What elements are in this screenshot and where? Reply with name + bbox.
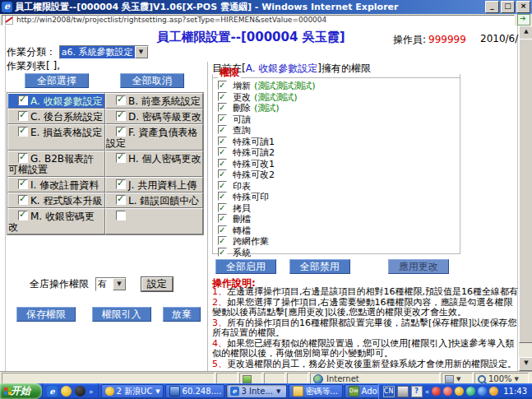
pet-tray-icon[interactable]: [455, 387, 464, 396]
permission-row[interactable]: 拷貝: [218, 203, 458, 214]
checkbox[interactable]: [218, 169, 227, 179]
msn-tray-icon[interactable]: [478, 387, 487, 396]
checkbox[interactable]: [218, 147, 227, 156]
operation-cell-h[interactable]: H. 個人密碼更改: [105, 151, 203, 177]
checkbox[interactable]: [18, 111, 28, 121]
operation-cell-empty[interactable]: [105, 208, 203, 234]
checkbox[interactable]: [218, 248, 227, 257]
checkbox[interactable]: [218, 225, 227, 234]
permission-row[interactable]: 查詢: [218, 125, 458, 136]
operation-cell-c[interactable]: C. 後台系統設定: [7, 109, 105, 124]
address-field[interactable]: http://win2008/tw/projectlist/rightsetti…: [2, 15, 515, 26]
address-url[interactable]: http://win2008/tw/projectlist/rightsetti…: [16, 16, 326, 24]
operation-cell-a[interactable]: A. 收銀參數設定: [7, 93, 105, 109]
qq-icon[interactable]: [75, 386, 86, 397]
checkbox[interactable]: [218, 81, 227, 90]
taskbar-button-internet-explorer[interactable]: e 3 Inte... ▼: [226, 384, 287, 398]
checkbox[interactable]: [18, 195, 28, 205]
permission-row[interactable]: 增新(測試測試測試): [218, 81, 458, 91]
taskbar-button-adobe[interactable]: Dw Adobe D...: [345, 384, 378, 398]
shield-tray-icon[interactable]: [489, 387, 498, 396]
set-button[interactable]: 設定: [141, 277, 173, 291]
discard-button[interactable]: 放棄: [163, 307, 201, 322]
checkbox[interactable]: [116, 111, 126, 121]
maximize-button[interactable]: □: [501, 1, 515, 13]
checkbox[interactable]: [18, 179, 28, 189]
go-icon[interactable]: [517, 14, 530, 26]
permission-row[interactable]: 特殊可改1: [218, 159, 458, 169]
select-all-button[interactable]: 全部選擇: [25, 73, 89, 88]
disable-all-button[interactable]: 全部禁用: [289, 259, 350, 274]
checkbox[interactable]: [218, 181, 227, 190]
media-tray-icon[interactable]: [466, 387, 475, 396]
checkbox[interactable]: [218, 114, 227, 123]
checkbox[interactable]: [218, 137, 227, 146]
operation-cell-i[interactable]: I. 修改註冊資料: [7, 177, 105, 193]
cancel-all-button[interactable]: 全部取消: [120, 73, 184, 88]
permission-row[interactable]: 轉檔: [218, 225, 458, 236]
checkbox[interactable]: [218, 214, 227, 223]
scrollbar-thumb[interactable]: [519, 39, 532, 343]
checkbox[interactable]: [218, 92, 227, 101]
scroll-up-icon[interactable]: ▲: [519, 26, 532, 39]
permission-row[interactable]: 特殊可讀1: [218, 137, 458, 147]
vertical-scrollbar[interactable]: ▲ ▼: [519, 26, 532, 371]
apply-changes-button[interactable]: 應用更改: [388, 259, 449, 274]
operation-cell-e[interactable]: E. 損益表格設定: [7, 124, 105, 151]
enable-all-button[interactable]: 全部启用: [215, 259, 276, 274]
qq-tray-icon[interactable]: [432, 387, 441, 396]
checkbox[interactable]: [218, 236, 227, 245]
checkbox[interactable]: [218, 203, 227, 212]
operation-cell-g[interactable]: G. B2B報表許可權設置: [7, 151, 105, 177]
printer-icon[interactable]: [397, 386, 409, 397]
operation-cell-m[interactable]: M. 收銀密碼更改: [7, 208, 105, 234]
taskbar-button-sina-uc[interactable]: 2 新浪UC ▼: [101, 384, 164, 398]
collapse-chevron-icon[interactable]: «: [425, 387, 430, 396]
checkbox[interactable]: [218, 103, 227, 112]
checkbox[interactable]: [116, 95, 126, 105]
permission-row[interactable]: 跨網作業: [218, 236, 458, 247]
category-select[interactable]: a6. 系統參數設定 ▼: [59, 45, 149, 59]
minimize-button[interactable]: _: [485, 1, 499, 13]
checkbox[interactable]: [18, 127, 28, 137]
checkbox[interactable]: [18, 211, 28, 220]
checkbox[interactable]: [18, 95, 28, 105]
store-permission-select[interactable]: 有 ▼: [95, 277, 127, 291]
operation-cell-k[interactable]: K. 程式版本升級: [7, 193, 105, 208]
permission-row[interactable]: 印表: [218, 181, 458, 192]
permission-row[interactable]: 系統: [218, 248, 458, 258]
help-icon[interactable]: ?: [411, 386, 423, 397]
permission-row[interactable]: 特殊可印: [218, 192, 458, 202]
operation-cell-d[interactable]: D. 密碼等級更改: [105, 109, 203, 124]
checkbox[interactable]: [116, 211, 126, 220]
checkbox[interactable]: [18, 153, 28, 163]
overflow-chevron-icon[interactable]: »: [89, 387, 94, 396]
close-button[interactable]: ×: [516, 1, 530, 13]
permission-row[interactable]: 可讀: [218, 114, 458, 125]
checkbox[interactable]: [116, 179, 126, 189]
checkbox[interactable]: [116, 153, 126, 163]
checkbox[interactable]: [116, 195, 126, 205]
taskbar-button-remote[interactable]: 60.248....: [165, 384, 224, 398]
import-permissions-button[interactable]: 權限引入: [92, 307, 151, 322]
permission-row[interactable]: 特殊可改2: [218, 169, 458, 180]
chevron-down-icon[interactable]: ▼: [135, 46, 148, 58]
checkbox[interactable]: [218, 159, 227, 168]
checkbox[interactable]: [218, 125, 227, 134]
checkbox[interactable]: [116, 127, 126, 137]
uc-icon[interactable]: [61, 386, 72, 397]
checkbox[interactable]: [218, 192, 227, 201]
language-indicator[interactable]: CN: [383, 386, 395, 397]
taskbar-button-folder[interactable]: 密碼等...: [289, 384, 343, 398]
operation-cell-j[interactable]: J. 共用資料上傳: [105, 177, 203, 193]
permission-row[interactable]: 刪除(測試): [218, 103, 458, 114]
scroll-down-icon[interactable]: ▼: [519, 357, 532, 371]
permission-row[interactable]: 特殊可讀2: [218, 147, 458, 158]
clock[interactable]: 11:43: [503, 387, 527, 396]
permission-row[interactable]: 更改(測試測試): [218, 92, 458, 103]
chevron-down-icon[interactable]: ▼: [113, 278, 126, 290]
operation-cell-f[interactable]: F. 資產負債表格設定: [105, 124, 203, 151]
uc-tray-icon[interactable]: [443, 387, 452, 396]
start-button[interactable]: 开始: [0, 383, 42, 399]
save-permissions-button[interactable]: 保存權限: [16, 307, 76, 322]
